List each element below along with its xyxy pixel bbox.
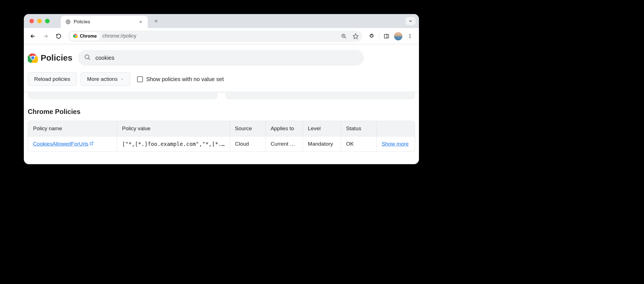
policy-name-text: CookiesAllowedForUrls: [33, 141, 88, 147]
forward-button[interactable]: [40, 31, 51, 42]
policy-source-cell: Cloud: [230, 136, 265, 152]
th-action: [376, 121, 415, 136]
policy-status-cell: OK: [341, 136, 377, 152]
table-header-row: Policy name Policy value Source Applies …: [28, 121, 415, 136]
th-policy-name: Policy name: [28, 121, 117, 136]
zoom-icon[interactable]: [339, 31, 349, 41]
page-content: Policies Reload policies More actions: [24, 44, 419, 152]
browser-window: Policies Chrome ch: [24, 14, 419, 164]
search-icon: [84, 54, 91, 62]
policy-table: Policy name Policy value Source Applies …: [28, 121, 415, 152]
tab-strip: Policies: [24, 14, 419, 28]
svg-rect-6: [384, 34, 389, 38]
divider: [379, 33, 379, 40]
url-text: chrome://policy: [102, 33, 337, 39]
svg-point-8: [409, 36, 410, 36]
more-actions-button[interactable]: More actions: [81, 72, 130, 86]
table-row: CookiesAllowedForUrls ["*,[*.]foo.exampl…: [28, 136, 415, 152]
tab-title: Policies: [74, 19, 135, 25]
site-chip[interactable]: Chrome: [70, 32, 100, 40]
policy-applies-cell: Current …: [265, 136, 303, 152]
browser-toolbar: Chrome chrome://policy: [24, 28, 419, 44]
chrome-icon: [73, 33, 78, 39]
svg-point-5: [371, 34, 372, 35]
more-actions-label: More actions: [87, 76, 118, 82]
menu-icon[interactable]: [404, 31, 416, 42]
checkbox[interactable]: [137, 76, 143, 82]
th-source: Source: [230, 121, 265, 136]
close-window-button[interactable]: [29, 19, 34, 23]
status-cards-peek: [28, 91, 415, 99]
th-policy-value: Policy value: [117, 121, 230, 136]
minimize-window-button[interactable]: [37, 19, 42, 23]
bookmark-icon[interactable]: [351, 31, 360, 41]
chrome-logo-icon: [28, 53, 38, 63]
toolbar-actions: [366, 31, 416, 42]
site-chip-label: Chrome: [80, 34, 97, 39]
window-controls: [24, 19, 55, 23]
reload-button[interactable]: [53, 31, 64, 42]
new-tab-button[interactable]: [151, 16, 161, 26]
page-title: Policies: [41, 53, 72, 63]
policy-search[interactable]: [78, 50, 364, 66]
extensions-icon[interactable]: [366, 31, 377, 42]
policy-level-cell: Mandatory: [303, 136, 341, 152]
svg-point-13: [85, 55, 89, 59]
show-no-value-checkbox-row[interactable]: Show policies with no value set: [137, 76, 224, 83]
maximize-window-button[interactable]: [45, 19, 50, 23]
svg-point-7: [409, 34, 410, 35]
sidepanel-icon[interactable]: [381, 31, 392, 42]
th-level: Level: [303, 121, 341, 136]
policy-name-link[interactable]: CookiesAllowedForUrls: [33, 141, 94, 147]
globe-icon: [65, 19, 71, 25]
back-button[interactable]: [27, 31, 38, 42]
reload-policies-label: Reload policies: [34, 76, 70, 82]
policy-value-cell: ["*,[*.]foo.example.com","*,[*.…: [117, 136, 230, 152]
profile-avatar[interactable]: [393, 31, 404, 42]
caret-down-icon: [121, 76, 124, 82]
close-tab-button[interactable]: [138, 19, 143, 24]
status-card: [225, 91, 415, 99]
sticky-header: Policies Reload policies More actions: [24, 44, 419, 91]
show-more-link[interactable]: Show more: [382, 141, 409, 147]
avatar: [394, 32, 402, 40]
checkbox-label: Show policies with no value set: [146, 76, 224, 83]
browser-tab[interactable]: Policies: [61, 16, 148, 28]
reload-policies-button[interactable]: Reload policies: [28, 72, 77, 86]
page-logo: Policies: [28, 53, 72, 63]
address-bar[interactable]: Chrome chrome://policy: [68, 31, 362, 42]
tab-list-dropdown[interactable]: [406, 17, 416, 25]
external-link-icon: [89, 141, 94, 147]
status-card: [28, 91, 217, 99]
th-status: Status: [341, 121, 377, 136]
th-applies: Applies to: [265, 121, 303, 136]
search-input[interactable]: [95, 55, 358, 61]
section-title: Chrome Policies: [28, 108, 415, 116]
svg-point-9: [409, 37, 410, 38]
